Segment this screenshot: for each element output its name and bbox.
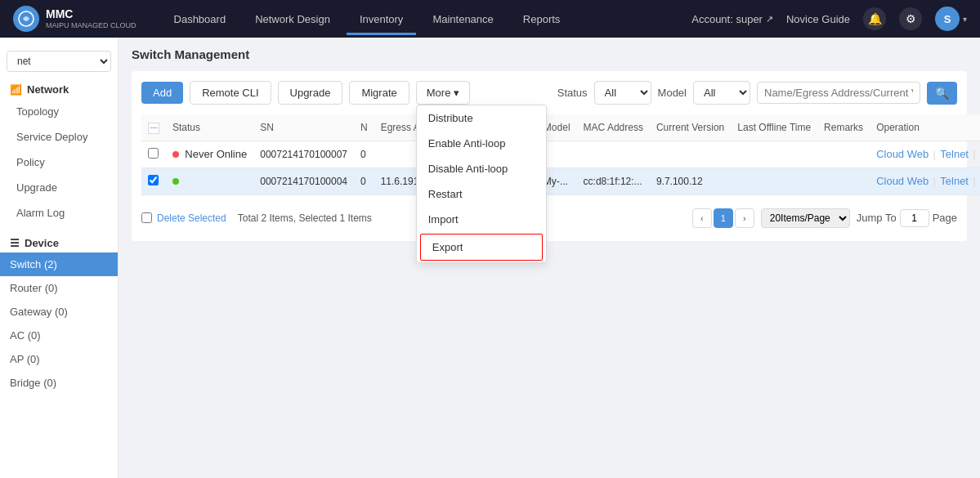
jump-to-area: Jump To Page xyxy=(857,209,957,227)
add-button[interactable]: Add xyxy=(141,82,183,104)
more-button[interactable]: More ▾ xyxy=(416,81,471,105)
nav-links: Dashboard Network Design Inventory Maint… xyxy=(161,3,692,35)
nav-reports[interactable]: Reports xyxy=(510,3,574,35)
row1-n: 0 xyxy=(354,141,374,168)
row1-checkbox[interactable] xyxy=(148,148,159,159)
account-arrow-icon: ↗ xyxy=(766,14,773,25)
row1-cloud-web-link[interactable]: Cloud Web xyxy=(876,148,929,160)
table-card: Add Remote CLI Upgrade Migrate More ▾ Di… xyxy=(132,71,967,241)
delete-selected-checkbox[interactable] xyxy=(141,212,152,223)
search-button[interactable]: 🔍 xyxy=(927,82,957,105)
top-right-area: Account: super ↗ Novice Guide 🔔 ⚙ S ▾ xyxy=(691,7,967,31)
th-status: Status xyxy=(166,114,253,141)
row2-telnet-link[interactable]: Telnet xyxy=(940,175,969,187)
table-row: 0007214170100004 0 11.6.191.253 192.168.… xyxy=(141,168,980,194)
row2-status xyxy=(166,168,253,194)
avatar-area[interactable]: S ▾ xyxy=(935,7,967,31)
select-all-checkbox[interactable] xyxy=(148,123,159,134)
sidebar-item-service-deploy[interactable]: Service Deploy xyxy=(0,124,118,150)
sidebar-item-upgrade[interactable]: Upgrade xyxy=(0,175,118,200)
table-row: Never Online 0007214170100007 0 Cloud We… xyxy=(141,141,980,168)
sidebar-item-ap[interactable]: AP (0) xyxy=(0,347,118,371)
row1-checkbox-cell xyxy=(141,141,166,168)
settings-icon[interactable]: ⚙ xyxy=(899,7,922,30)
row1-version xyxy=(650,141,731,168)
pagination-left: Delete Selected Total 2 Items, Selected … xyxy=(141,212,372,224)
dropdown-disable-anti-loop[interactable]: Disable Anti-loop xyxy=(417,156,546,181)
th-n: N xyxy=(354,114,374,141)
th-version: Current Version xyxy=(650,114,731,141)
status-dot-online xyxy=(172,178,179,185)
row2-checkbox-cell xyxy=(141,168,166,194)
dropdown-restart[interactable]: Restart xyxy=(417,181,546,207)
sidebar-item-topology[interactable]: Topology xyxy=(0,99,118,124)
list-icon: ☰ xyxy=(10,237,20,249)
row2-ops: Cloud Web | Telnet | Details | Delete xyxy=(870,168,980,194)
row1-telnet-link[interactable]: Telnet xyxy=(940,148,969,160)
row1-sn: 0007214170100007 xyxy=(253,141,354,168)
prev-page-button[interactable]: ‹ xyxy=(692,208,712,228)
sidebar-item-alarm-log[interactable]: Alarm Log xyxy=(0,200,118,226)
row2-n: 0 xyxy=(354,168,374,194)
sidebar-item-policy[interactable]: Policy xyxy=(0,150,118,175)
search-input[interactable] xyxy=(757,82,920,104)
nav-maintenance[interactable]: Maintenance xyxy=(419,3,506,35)
net-select[interactable]: net xyxy=(7,51,111,72)
migrate-button[interactable]: Migrate xyxy=(349,81,409,105)
page-title: Switch Management xyxy=(132,47,967,61)
main-layout: net 📶 Network Topology Service Deploy Po… xyxy=(0,38,980,478)
jump-to-input[interactable] xyxy=(900,209,929,227)
th-last-offline: Last Offline Time xyxy=(731,114,817,141)
more-dropdown-wrapper: More ▾ Distribute Enable Anti-loop Disab… xyxy=(416,81,471,105)
novice-guide-link[interactable]: Novice Guide xyxy=(786,13,850,25)
dropdown-distribute[interactable]: Distribute xyxy=(417,105,546,131)
remote-cli-button[interactable]: Remote CLI xyxy=(190,81,271,105)
row2-remarks xyxy=(817,168,870,194)
top-navigation: MMC MAIPU MANAGED CLOUD Dashboard Networ… xyxy=(0,0,980,38)
nav-inventory[interactable]: Inventory xyxy=(347,3,416,35)
logo-text: MMC MAIPU MANAGED CLOUD xyxy=(46,7,136,30)
next-page-button[interactable]: › xyxy=(735,208,754,228)
row2-checkbox[interactable] xyxy=(148,175,159,185)
row2-cloud-web-link[interactable]: Cloud Web xyxy=(876,175,929,187)
model-filter-select[interactable]: All xyxy=(693,81,750,105)
th-checkbox xyxy=(141,114,166,141)
pagination-area: Delete Selected Total 2 Items, Selected … xyxy=(141,205,957,231)
page-nav: ‹ 1 › xyxy=(692,208,754,228)
notification-icon[interactable]: 🔔 xyxy=(863,7,886,30)
dropdown-export[interactable]: Export xyxy=(420,234,543,261)
page-size-select[interactable]: 20Items/Page xyxy=(761,208,850,228)
nav-network-design[interactable]: Network Design xyxy=(242,3,343,35)
delete-selected-link[interactable]: Delete Selected xyxy=(157,212,226,224)
page-1-button[interactable]: 1 xyxy=(714,208,733,228)
filter-area: Status All Model All 🔍 xyxy=(557,81,957,105)
th-operation: Operation xyxy=(870,114,980,141)
device-section-title: ☰ Device xyxy=(0,229,118,252)
th-sn: SN xyxy=(253,114,354,141)
sidebar-item-gateway[interactable]: Gateway (0) xyxy=(0,300,118,324)
nav-dashboard[interactable]: Dashboard xyxy=(161,3,239,35)
sidebar-item-bridge[interactable]: Bridge (0) xyxy=(0,371,118,395)
content-area: Switch Management Add Remote CLI Upgrade… xyxy=(119,38,980,478)
more-dropdown-menu: Distribute Enable Anti-loop Disable Anti… xyxy=(416,105,547,263)
status-filter-select[interactable]: All xyxy=(594,81,651,105)
dropdown-import[interactable]: Import xyxy=(417,207,546,232)
avatar-chevron-icon: ▾ xyxy=(963,15,967,24)
toolbar: Add Remote CLI Upgrade Migrate More ▾ Di… xyxy=(141,81,957,105)
upgrade-button[interactable]: Upgrade xyxy=(278,81,343,105)
wifi-icon: 📶 xyxy=(10,84,22,96)
sidebar-item-ac[interactable]: AC (0) xyxy=(0,324,118,347)
avatar[interactable]: S xyxy=(935,7,960,31)
sidebar-item-switch[interactable]: Switch (2) xyxy=(0,252,118,276)
row1-mac xyxy=(577,141,650,168)
data-table: Status SN N Egress Address MGMT Address … xyxy=(141,114,980,195)
row1-ops: Cloud Web | Telnet | Details | Delete xyxy=(870,141,980,168)
total-info: Total 2 Items, Selected 1 Items xyxy=(238,212,372,224)
logo-icon xyxy=(13,6,39,32)
more-chevron-icon: ▾ xyxy=(454,87,459,99)
th-mac: MAC Address xyxy=(577,114,650,141)
dropdown-enable-anti-loop[interactable]: Enable Anti-loop xyxy=(417,131,546,156)
row1-remarks xyxy=(817,141,870,168)
sidebar-item-router[interactable]: Router (0) xyxy=(0,276,118,300)
sidebar-select-wrap: net xyxy=(0,44,118,75)
